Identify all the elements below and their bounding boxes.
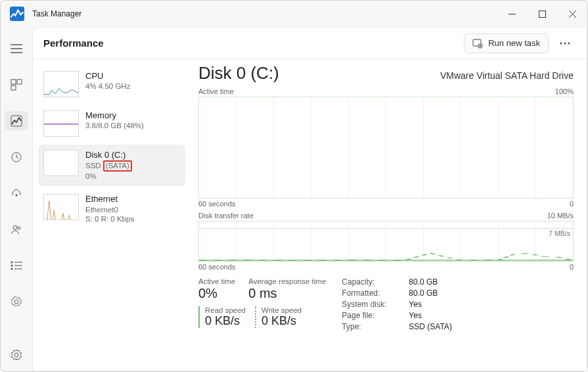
type-label: Type:	[342, 322, 401, 331]
formatted-label: Formatted:	[342, 289, 401, 298]
system-disk-label: System disk:	[342, 300, 401, 309]
memory-thumb	[43, 110, 79, 137]
content-header: Performance Run new task	[33, 28, 587, 59]
nav-app-history-icon[interactable]	[5, 147, 28, 166]
detail-model: VMware Virtual SATA Hard Drive	[440, 70, 574, 81]
perf-item-name: Ethernet	[85, 194, 134, 204]
more-options-button[interactable]	[554, 33, 576, 54]
svg-point-27	[560, 42, 562, 44]
svg-point-28	[564, 42, 566, 44]
app-icon	[10, 7, 24, 21]
disk-properties: Capacity:80.0 GB Formatted:80.0 GB Syste…	[342, 277, 452, 331]
chart-transfer-max: 10 MB/s	[547, 212, 574, 220]
ethernet-thumb	[43, 194, 79, 220]
chart2-x-left: 60 seconds	[198, 263, 235, 271]
perf-item-disk0[interactable]: Disk 0 (C:) SSD (SATA) 0%	[38, 145, 185, 186]
cpu-thumb	[43, 71, 79, 97]
transfer-rate-chart: 7 MB/s	[198, 221, 574, 262]
write-speed-label: Write speed	[261, 306, 302, 314]
perf-item-name: Disk 0 (C:)	[85, 150, 132, 160]
perf-item-sub: 3.8/8.0 GB (48%)	[85, 121, 144, 130]
perf-item-sub2: S: 0 R: 0 Kbps	[85, 214, 134, 223]
chart-x-left: 60 seconds	[198, 200, 235, 208]
perf-item-name: CPU	[85, 71, 130, 81]
perf-item-sub: 4% 4.50 GHz	[85, 81, 130, 91]
avg-response-value: 0 ms	[248, 286, 326, 301]
nav-users-icon[interactable]	[5, 220, 28, 239]
nav-performance-icon[interactable]	[5, 111, 28, 130]
perf-item-cpu[interactable]: CPU 4% 4.50 GHz	[38, 66, 185, 103]
svg-rect-8	[17, 80, 22, 84]
chart-x-right: 0	[570, 200, 574, 208]
svg-point-12	[16, 194, 18, 196]
active-time-label: Active time	[198, 277, 235, 285]
perf-item-name: Memory	[85, 110, 144, 121]
chart-active-time-max: 100%	[555, 87, 574, 95]
nav-rail	[1, 27, 32, 371]
svg-rect-7	[11, 80, 16, 84]
perf-item-sub: SSD (SATA)	[85, 160, 132, 172]
svg-rect-10	[11, 116, 22, 126]
formatted-value: 80.0 GB	[409, 289, 452, 298]
svg-rect-1	[539, 11, 545, 17]
svg-point-29	[568, 42, 570, 44]
run-task-icon	[472, 38, 483, 49]
avg-response-label: Average response time	[248, 277, 326, 285]
detail-pane: Disk 0 (C:) VMware Virtual SATA Hard Dri…	[191, 59, 587, 371]
close-button[interactable]	[557, 1, 587, 27]
svg-point-15	[11, 262, 13, 264]
chart-active-time-label: Active time	[198, 87, 234, 95]
system-disk-value: Yes	[409, 300, 452, 309]
minimize-button[interactable]	[497, 1, 527, 27]
run-task-label: Run new task	[488, 38, 540, 48]
svg-point-17	[11, 265, 13, 267]
page-file-value: Yes	[409, 311, 452, 320]
disk-thumb	[43, 150, 79, 176]
page-title: Performance	[43, 37, 104, 49]
app-title: Task Manager	[32, 9, 81, 18]
disk-sub-prefix: SSD	[85, 162, 103, 170]
chart2-x-right: 0	[570, 263, 574, 271]
capacity-label: Capacity:	[342, 277, 401, 287]
svg-point-21	[14, 300, 18, 304]
run-new-task-button[interactable]: Run new task	[464, 34, 549, 53]
perf-item-memory[interactable]: Memory 3.8/8.0 GB (48%)	[38, 105, 185, 142]
svg-point-22	[14, 353, 18, 357]
read-speed-label: Read speed	[205, 306, 246, 314]
hamburger-icon[interactable]	[5, 39, 28, 58]
perf-item-ethernet[interactable]: Ethernet Ethernet0 S: 0 R: 0 Kbps	[38, 189, 185, 229]
maximize-button[interactable]	[527, 1, 557, 27]
perf-item-sub2: 0%	[85, 172, 132, 181]
write-speed-value: 0 KB/s	[261, 314, 302, 328]
active-time-value: 0%	[198, 286, 235, 301]
page-file-label: Page file:	[342, 311, 401, 320]
chart-transfer-label: Disk transfer rate	[198, 212, 254, 220]
active-time-chart	[198, 97, 574, 198]
nav-details-icon[interactable]	[5, 256, 28, 275]
titlebar: Task Manager	[1, 1, 587, 27]
svg-point-19	[11, 268, 13, 270]
nav-processes-icon[interactable]	[5, 75, 28, 94]
svg-point-13	[13, 225, 17, 229]
svg-rect-9	[11, 85, 16, 90]
read-speed-value: 0 KB/s	[205, 314, 246, 328]
detail-title: Disk 0 (C:)	[198, 63, 279, 83]
nav-services-icon[interactable]	[5, 292, 28, 312]
sata-highlight: (SATA)	[103, 160, 132, 172]
perf-item-sub: Ethernet0	[85, 205, 134, 214]
performance-list: CPU 4% 4.50 GHz Memory 3.8/8.0 GB (48%)	[33, 59, 191, 371]
svg-point-14	[18, 227, 20, 229]
nav-startup-icon[interactable]	[5, 183, 28, 202]
type-value: SSD (SATA)	[409, 322, 452, 331]
settings-icon[interactable]	[5, 346, 28, 365]
capacity-value: 80.0 GB	[409, 277, 452, 287]
